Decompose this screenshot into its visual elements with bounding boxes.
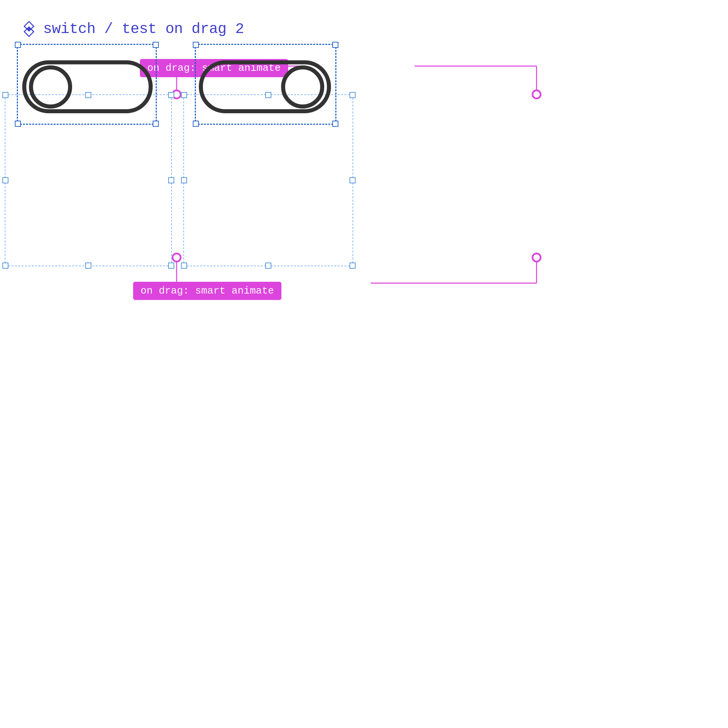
handle-br[interactable] bbox=[350, 263, 356, 269]
switch-right[interactable] bbox=[197, 52, 332, 120]
inner-handle-br[interactable] bbox=[332, 121, 338, 127]
svg-point-11 bbox=[173, 254, 180, 262]
handle-tl[interactable] bbox=[181, 92, 187, 98]
handle-bl[interactable] bbox=[2, 263, 8, 269]
handle-bm[interactable] bbox=[265, 263, 271, 269]
svg-point-6 bbox=[532, 90, 541, 98]
handle-mr[interactable] bbox=[168, 177, 174, 184]
inner-handle-br[interactable] bbox=[153, 121, 159, 127]
inner-handle-tl[interactable] bbox=[15, 42, 21, 48]
handle-bl[interactable] bbox=[181, 263, 187, 269]
svg-point-12 bbox=[532, 254, 541, 262]
header: switch / test on drag 2 bbox=[20, 20, 244, 38]
diamond-logo-icon bbox=[20, 20, 38, 38]
handle-tr[interactable] bbox=[350, 92, 356, 98]
svg-point-16 bbox=[283, 67, 322, 107]
inner-handle-bl[interactable] bbox=[193, 121, 199, 127]
handle-mr[interactable] bbox=[350, 177, 356, 184]
inner-handle-tr[interactable] bbox=[153, 42, 159, 48]
switch-left[interactable] bbox=[21, 52, 154, 120]
bottom-annotation-label: on drag: smart animate bbox=[133, 282, 281, 300]
handle-ml[interactable] bbox=[2, 177, 8, 184]
inner-handle-bl[interactable] bbox=[15, 121, 21, 127]
handle-br[interactable] bbox=[168, 263, 174, 269]
inner-handle-tr[interactable] bbox=[332, 42, 338, 48]
handle-ml[interactable] bbox=[181, 177, 187, 184]
breadcrumb: switch / test on drag 2 bbox=[43, 21, 244, 37]
svg-point-14 bbox=[31, 67, 70, 107]
inner-handle-tl[interactable] bbox=[193, 42, 199, 48]
handle-bm[interactable] bbox=[85, 263, 91, 269]
handle-tl[interactable] bbox=[2, 92, 8, 98]
handle-tr[interactable] bbox=[168, 92, 174, 98]
svg-point-0 bbox=[27, 27, 31, 31]
